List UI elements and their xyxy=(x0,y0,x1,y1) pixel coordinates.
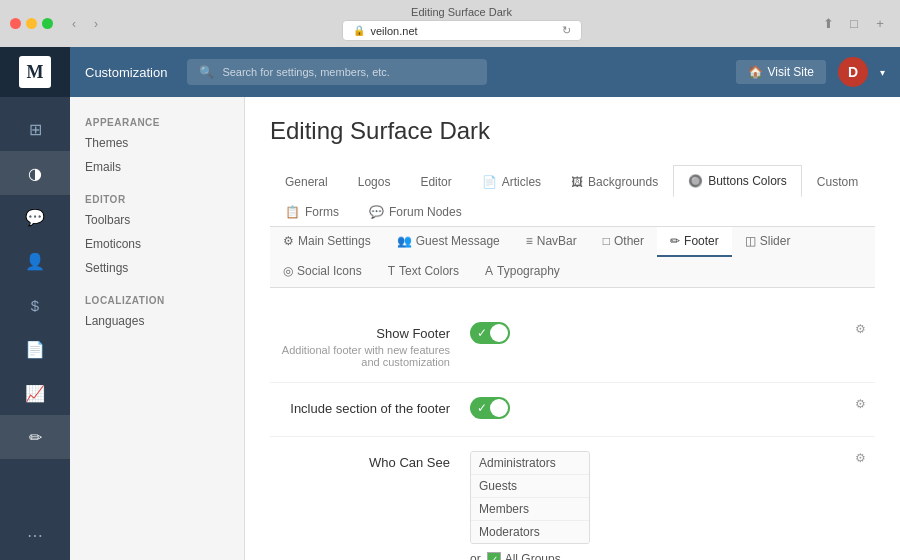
subtab-typography[interactable]: A Typography xyxy=(472,257,573,287)
forward-button[interactable]: › xyxy=(87,15,105,33)
address-bar-area: Editing Surface Dark 🔒 veilon.net ↻ xyxy=(111,6,812,41)
localization-heading: LOCALIZATION xyxy=(70,290,244,309)
appearance-section: APPEARANCE Themes Emails xyxy=(70,112,244,179)
subtab-social-icons[interactable]: ◎ Social Icons xyxy=(270,257,375,287)
bookmarks-button[interactable]: □ xyxy=(844,14,864,34)
tab-forms[interactable]: 📋 Forms xyxy=(270,196,354,227)
other-icon: □ xyxy=(603,234,610,248)
share-button[interactable]: ⬆ xyxy=(818,14,838,34)
show-footer-toggle[interactable]: ✓ xyxy=(470,322,510,344)
slider-icon: ◫ xyxy=(745,234,756,248)
nav-buttons: ‹ › xyxy=(65,15,105,33)
articles-icon: 📄 xyxy=(482,175,497,189)
left-panel: APPEARANCE Themes Emails EDITOR Toolbars… xyxy=(70,97,245,560)
tab-backgrounds[interactable]: 🖼 Backgrounds xyxy=(556,165,673,197)
settings-icon: ⚙ xyxy=(283,234,294,248)
visit-site-button[interactable]: 🏠 Visit Site xyxy=(736,60,826,84)
subtab-footer[interactable]: ✏ Footer xyxy=(657,227,732,257)
social-icon: ◎ xyxy=(283,264,293,278)
reload-icon[interactable]: ↻ xyxy=(562,24,571,37)
app: M ⊞ ◑ 💬 👤 $ 📄 📈 ✏ ⋯ Customization 🔍 Sear… xyxy=(0,47,900,560)
sidebar-logo[interactable]: M xyxy=(0,47,70,97)
footer-icon: ✏ xyxy=(670,234,680,248)
page-title: Editing Surface Dark xyxy=(270,117,875,145)
subtab-main-settings[interactable]: ⚙ Main Settings xyxy=(270,227,384,257)
list-item-moderators[interactable]: Moderators xyxy=(471,521,589,543)
tab-editor[interactable]: Editor xyxy=(405,165,466,197)
text-colors-icon: T xyxy=(388,264,395,278)
main-tabs: General Logos Editor 📄 Articles 🖼 Backgr… xyxy=(270,165,875,227)
page-title-display: Editing Surface Dark xyxy=(411,6,512,18)
tab-forum-nodes[interactable]: 💬 Forum Nodes xyxy=(354,196,477,227)
sidebar-icon-edit[interactable]: ✏ xyxy=(0,415,70,459)
close-button[interactable] xyxy=(10,18,21,29)
or-label: or xyxy=(470,552,481,560)
who-can-see-list[interactable]: Administrators Guests Members Moderators xyxy=(470,451,590,544)
sidebar-bottom: ⋯ xyxy=(0,503,70,560)
or-group: or ✓ All Groups xyxy=(470,552,840,560)
who-can-see-action[interactable]: ⚙ xyxy=(845,451,875,465)
list-item-guests[interactable]: Guests xyxy=(471,475,589,498)
minimize-button[interactable] xyxy=(26,18,37,29)
sidebar-icon-users[interactable]: 👤 xyxy=(0,239,70,283)
sidebar-icon-analytics[interactable]: 📈 xyxy=(0,371,70,415)
buttons-icon: 🔘 xyxy=(688,174,703,188)
tab-buttons-colors[interactable]: 🔘 Buttons Colors xyxy=(673,165,802,197)
sidebar-icon-dashboard[interactable]: ⊞ xyxy=(0,107,70,151)
navbar-icon: ≡ xyxy=(526,234,533,248)
subtab-other[interactable]: □ Other xyxy=(590,227,657,257)
who-can-see-control: Administrators Guests Members Moderators… xyxy=(470,451,840,560)
address-bar[interactable]: 🔒 veilon.net ↻ xyxy=(342,20,582,41)
sidebar-item-settings[interactable]: Settings xyxy=(70,256,244,280)
backgrounds-icon: 🖼 xyxy=(571,175,583,189)
list-item-administrators[interactable]: Administrators xyxy=(471,452,589,475)
sidebar: M ⊞ ◑ 💬 👤 $ 📄 📈 ✏ ⋯ xyxy=(0,47,70,560)
subtab-navbar[interactable]: ≡ NavBar xyxy=(513,227,590,257)
all-groups-checkbox[interactable]: ✓ All Groups xyxy=(487,552,561,560)
sidebar-item-toolbars[interactable]: Toolbars xyxy=(70,208,244,232)
traffic-lights xyxy=(10,18,53,29)
list-item-members[interactable]: Members xyxy=(471,498,589,521)
checkmark-icon: ✓ xyxy=(490,554,498,561)
tab-custom[interactable]: Custom xyxy=(802,165,873,197)
toggle-check-icon: ✓ xyxy=(477,326,487,340)
maximize-button[interactable] xyxy=(42,18,53,29)
sidebar-icon-chat[interactable]: 💬 xyxy=(0,195,70,239)
sidebar-icon-appearance[interactable]: ◑ xyxy=(0,151,70,195)
tab-articles[interactable]: 📄 Articles xyxy=(467,165,556,197)
tab-logos[interactable]: Logos xyxy=(343,165,406,197)
home-icon: 🏠 xyxy=(748,65,763,79)
sidebar-item-emoticons[interactable]: Emoticons xyxy=(70,232,244,256)
new-tab-button[interactable]: + xyxy=(870,14,890,34)
show-footer-action[interactable]: ⚙ xyxy=(845,322,875,336)
logo-image: M xyxy=(19,56,51,88)
sidebar-item-themes[interactable]: Themes xyxy=(70,131,244,155)
tab-general[interactable]: General xyxy=(270,165,343,197)
subtab-guest-message[interactable]: 👥 Guest Message xyxy=(384,227,513,257)
sidebar-icon-money[interactable]: $ xyxy=(0,283,70,327)
visit-site-label: Visit Site xyxy=(768,65,814,79)
search-box[interactable]: 🔍 Search for settings, members, etc. xyxy=(187,59,487,85)
toggle-knob2 xyxy=(490,399,508,417)
sidebar-icon-files[interactable]: 📄 xyxy=(0,327,70,371)
subtab-slider[interactable]: ◫ Slider xyxy=(732,227,804,257)
include-section-toggle[interactable]: ✓ xyxy=(470,397,510,419)
logo-letter: M xyxy=(27,62,44,83)
editor-section: EDITOR Toolbars Emoticons Settings xyxy=(70,189,244,280)
all-groups-label: All Groups xyxy=(505,552,561,560)
user-avatar[interactable]: D xyxy=(838,57,868,87)
subtab-text-colors[interactable]: T Text Colors xyxy=(375,257,472,287)
editor-heading: EDITOR xyxy=(70,189,244,208)
back-button[interactable]: ‹ xyxy=(65,15,83,33)
checkbox-icon[interactable]: ✓ xyxy=(487,552,501,560)
avatar-chevron-icon[interactable]: ▾ xyxy=(880,67,885,78)
forum-icon: 💬 xyxy=(369,205,384,219)
include-section-action[interactable]: ⚙ xyxy=(845,397,875,411)
guest-icon: 👥 xyxy=(397,234,412,248)
sidebar-item-emails[interactable]: Emails xyxy=(70,155,244,179)
sidebar-icon-settings[interactable]: ⋯ xyxy=(0,513,70,557)
forms-icon: 📋 xyxy=(285,205,300,219)
sidebar-item-languages[interactable]: Languages xyxy=(70,309,244,333)
avatar-letter: D xyxy=(848,64,858,80)
search-icon: 🔍 xyxy=(199,65,214,79)
